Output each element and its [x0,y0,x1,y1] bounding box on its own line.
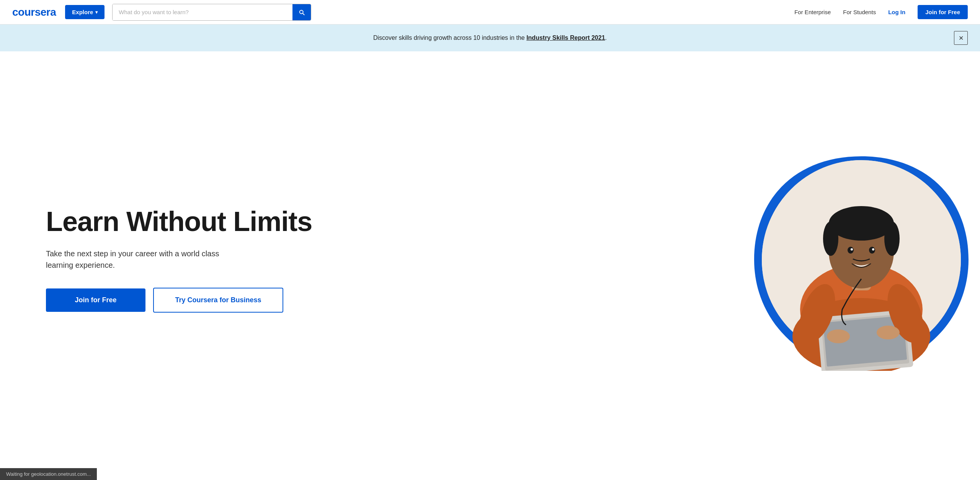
for-students-link[interactable]: For Students [843,9,876,15]
hero-content: Learn Without Limits Take the next step … [46,206,543,312]
chevron-down-icon: ▾ [95,10,98,15]
svg-point-11 [869,247,875,254]
login-link[interactable]: Log In [888,9,905,15]
hero-image-area [543,156,949,363]
svg-point-12 [851,248,853,251]
svg-point-10 [848,247,854,254]
hero-buttons: Join for Free Try Coursera for Business [46,288,528,313]
logo[interactable]: coursera [12,6,56,18]
svg-point-7 [829,206,894,241]
banner-text-part2: . [605,34,607,41]
search-icon [298,9,305,16]
hero-illustration [750,149,972,371]
hero-subtitle: Take the next step in your career with a… [46,248,245,271]
search-bar [112,4,311,21]
svg-point-20 [877,326,900,339]
join-free-hero-button[interactable]: Join for Free [46,288,145,312]
banner-text: Discover skills driving growth across 10… [373,34,607,41]
navbar: coursera Explore ▾ For Enterprise For St… [0,0,980,25]
navbar-right: For Enterprise For Students Log In Join … [794,5,968,19]
hero-section: Learn Without Limits Take the next step … [0,51,980,468]
banner-text-part1: Discover skills driving growth across 10… [373,34,526,41]
banner-report-link[interactable]: Industry Skills Report 2021 [526,34,605,41]
svg-point-8 [823,221,838,256]
brand-name: coursera [12,6,56,18]
search-input[interactable] [113,4,292,20]
explore-label: Explore [72,9,93,15]
join-free-nav-button[interactable]: Join for Free [918,5,968,19]
svg-point-13 [872,248,874,251]
svg-point-9 [884,221,900,256]
svg-point-19 [827,329,850,343]
explore-button[interactable]: Explore ▾ [65,5,105,19]
hero-title: Learn Without Limits [46,206,528,237]
try-business-button[interactable]: Try Coursera for Business [153,288,283,313]
search-button[interactable] [292,4,311,20]
for-enterprise-link[interactable]: For Enterprise [794,9,831,15]
banner-close-button[interactable]: ✕ [954,31,968,45]
announcement-banner: Discover skills driving growth across 10… [0,25,980,51]
close-icon: ✕ [959,34,964,42]
